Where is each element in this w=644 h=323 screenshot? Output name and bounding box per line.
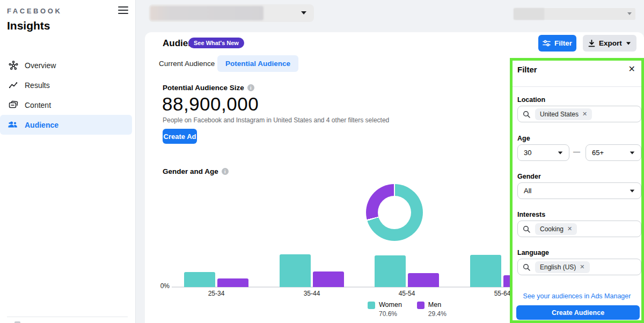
- language-label: Language: [517, 249, 549, 256]
- redacted-dropdown-right[interactable]: [514, 8, 635, 20]
- audience-size-label: Potential Audience Size i: [163, 84, 254, 92]
- sidebar-divider: [7, 317, 128, 317]
- hamburger-menu-icon[interactable]: [118, 6, 128, 14]
- bar-men: [313, 271, 344, 287]
- create-audience-button[interactable]: Create Audience: [516, 305, 640, 320]
- close-icon[interactable]: ✕: [628, 64, 635, 74]
- legend-swatch: [417, 302, 425, 309]
- location-search-input[interactable]: United States ✕: [517, 106, 641, 122]
- bar-women: [184, 272, 215, 287]
- donut-chart: [366, 184, 423, 241]
- x-axis-label: 25-34: [195, 290, 238, 297]
- content-icon: [8, 100, 18, 110]
- download-icon: [588, 40, 595, 47]
- caret-down-icon: [630, 189, 635, 192]
- bar-women: [470, 255, 501, 287]
- legend-item: Women70.6%: [368, 301, 402, 318]
- filter-button-label: Filter: [554, 39, 572, 47]
- create-ad-button[interactable]: Create Ad: [163, 129, 197, 144]
- x-axis-label: 45-54: [385, 290, 428, 297]
- redacted-content: [514, 8, 544, 20]
- legend-item: Men29.4%: [417, 301, 447, 318]
- search-icon: [523, 111, 530, 118]
- chart-legend: Women70.6%Men29.4%: [368, 301, 447, 318]
- sidebar-item-overview[interactable]: Overview: [0, 55, 132, 75]
- export-button[interactable]: Export: [583, 35, 636, 52]
- legend-label: Women: [379, 301, 402, 309]
- tab-potential-audience[interactable]: Potential Audience: [217, 55, 298, 72]
- gender-dropdown[interactable]: All: [517, 182, 641, 199]
- sidebar-item-audience[interactable]: Audience: [0, 115, 132, 135]
- redacted-dropdown-left[interactable]: [149, 4, 314, 22]
- interests-search-input[interactable]: Cooking ✕: [517, 221, 641, 237]
- age-to-dropdown[interactable]: 65+: [586, 144, 641, 161]
- language-chip: English (US) ✕: [535, 261, 590, 273]
- facebook-logo: FACEBOOK: [7, 7, 62, 15]
- x-axis-label: 35-44: [290, 290, 333, 297]
- location-label: Location: [517, 96, 545, 104]
- network-icon: [8, 60, 18, 70]
- filter-panel-title: Filter: [517, 65, 537, 74]
- chip-remove-icon[interactable]: ✕: [567, 225, 572, 232]
- chip-remove-icon[interactable]: ✕: [580, 263, 584, 270]
- donut-hole: [378, 196, 411, 229]
- filter-sliders-icon: [543, 40, 551, 47]
- audience-size-value: 88,900,000: [162, 93, 259, 115]
- tab-current-audience[interactable]: Current Audience: [159, 60, 215, 68]
- sidebar-item-content[interactable]: Content: [0, 95, 132, 115]
- gender-age-label: Gender and Age i: [163, 167, 229, 175]
- app: FACEBOOK Insights Overview: [0, 0, 644, 323]
- caret-down-icon: [626, 42, 631, 45]
- legend-value: 70.6%: [379, 310, 402, 318]
- sidebar-item-label: Results: [25, 81, 50, 90]
- people-icon: [8, 120, 18, 130]
- age-label: Age: [517, 135, 530, 142]
- bar-men: [217, 278, 248, 287]
- ads-manager-link[interactable]: See your audiences in Ads Manager: [513, 292, 641, 300]
- info-icon[interactable]: i: [222, 168, 229, 175]
- interests-chip: Cooking ✕: [535, 223, 577, 235]
- sidebar-item-results[interactable]: Results: [0, 75, 132, 95]
- redacted-content: [150, 6, 264, 20]
- whats-new-badge[interactable]: See What's New: [188, 38, 244, 48]
- caret-down-icon: [301, 11, 306, 14]
- sidebar-item-label: Audience: [25, 121, 58, 129]
- filter-panel: Filter ✕ Location United States ✕ Age 30…: [510, 58, 644, 323]
- legend-value: 29.4%: [428, 310, 447, 318]
- caret-down-icon: [627, 12, 632, 15]
- page-title: Insights: [7, 19, 50, 32]
- legend-label: Men: [428, 301, 447, 309]
- trend-icon: [8, 80, 18, 90]
- gender-label: Gender: [517, 173, 541, 180]
- bar-men: [408, 273, 439, 287]
- sidebar-item-label: Overview: [25, 61, 56, 70]
- sidebar: FACEBOOK Insights Overview: [0, 0, 136, 323]
- search-icon: [523, 225, 530, 233]
- sidebar-nav: Overview Results: [0, 55, 136, 135]
- audience-size-description: People on Facebook and Instagram in Unit…: [163, 116, 389, 124]
- export-button-label: Export: [599, 39, 622, 47]
- sidebar-item-label: Content: [25, 101, 51, 109]
- age-from-dropdown[interactable]: 30: [517, 144, 569, 161]
- interests-label: Interests: [517, 211, 545, 218]
- info-icon[interactable]: i: [247, 84, 254, 91]
- search-icon: [523, 263, 530, 271]
- caret-down-icon: [558, 151, 563, 154]
- filter-button[interactable]: Filter: [538, 35, 576, 52]
- chip-remove-icon[interactable]: ✕: [582, 111, 587, 118]
- caret-down-icon: [630, 151, 635, 154]
- y-axis-zero-label: 0%: [152, 282, 170, 290]
- divider: [513, 86, 641, 87]
- age-range-separator: —: [573, 148, 580, 156]
- language-search-input[interactable]: English (US) ✕: [517, 259, 641, 275]
- bar-women: [280, 254, 311, 287]
- bar-women: [375, 255, 406, 287]
- legend-swatch: [368, 302, 375, 309]
- location-chip: United States ✕: [535, 108, 592, 120]
